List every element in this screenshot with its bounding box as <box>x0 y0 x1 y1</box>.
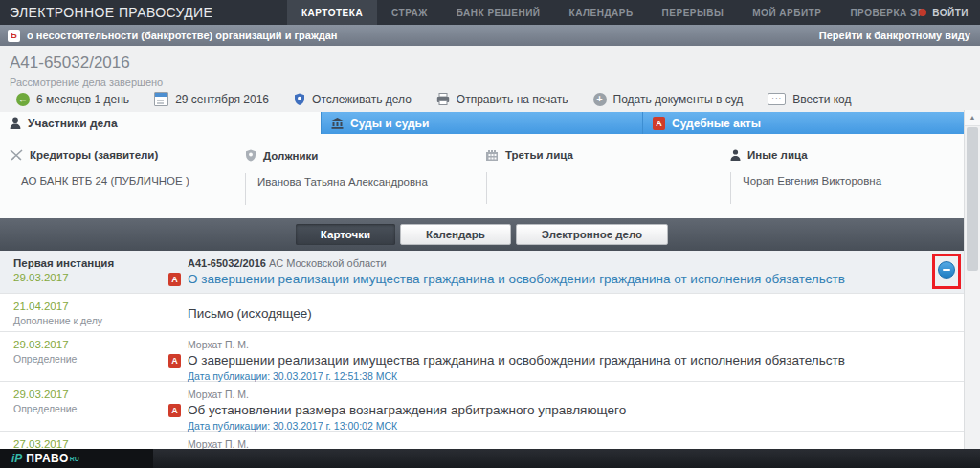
subtab-calendar[interactable]: Календарь <box>400 224 511 245</box>
case-type-bar: Б о несостоятельности (банкротстве) орга… <box>0 25 980 46</box>
site-title: ЭЛЕКТРОННОЕ ПРАВОСУДИЕ <box>10 0 212 25</box>
instance-date: 29.03.2017 <box>13 272 155 283</box>
courthouse-icon <box>331 118 344 129</box>
track-shield-icon <box>294 93 305 106</box>
case-status: Рассмотрение дела завершено <box>10 77 163 88</box>
docket-row: 21.04.2017 Дополнение к делу Письмо (исх… <box>0 294 964 332</box>
top-navigation-bar: ЭЛЕКТРОННОЕ ПРАВОСУДИЕ КАРТОТЕКА СТРАЖ Б… <box>0 0 980 25</box>
other-persons-title: Иные лица <box>747 149 808 161</box>
row-date: 21.04.2017 <box>13 301 155 312</box>
submit-documents-button[interactable]: + Подать документы в суд <box>581 93 756 106</box>
participants-col-third-parties: Третьи лица <box>486 134 728 218</box>
docket-row: 29.03.2017 Определение Морхат П. М. A О … <box>0 332 964 382</box>
scrollbar-up-button[interactable]: ▲ <box>965 110 980 126</box>
document-title: Письмо (исходящее) <box>188 306 935 321</box>
view-switcher-bar: Карточки Календарь Электронное дело <box>0 218 964 251</box>
login-label: ВОЙТИ <box>932 8 969 18</box>
row-date: 29.03.2017 <box>13 339 155 350</box>
participants-col-other: Иные лица Чорап Евгения Викторовна <box>730 134 960 218</box>
collapse-button[interactable] <box>938 261 955 279</box>
case-number: А41-65032/2016 <box>10 54 130 73</box>
top-menu: КАРТОТЕКА СТРАЖ БАНК РЕШЕНИЙ КАЛЕНДАРЬ П… <box>287 0 939 25</box>
judge-name: Морхат П. М. <box>188 438 935 449</box>
enter-code-icon: ··· <box>768 93 786 105</box>
row-date: 29.03.2017 <box>13 389 155 400</box>
publication-date-link[interactable]: Дата публикации: 30.03.2017 г. 13:00:02 … <box>188 420 935 432</box>
judge-name: Морхат П. М. <box>188 389 935 400</box>
print-button[interactable]: Отправить на печать <box>424 93 581 106</box>
pdf-icon[interactable]: A <box>168 354 181 368</box>
nav-strazh[interactable]: СТРАЖ <box>377 0 442 25</box>
duration-icon: ← <box>16 93 30 106</box>
document-title: A О завершении реализации имущества граж… <box>168 353 935 368</box>
person-icon <box>730 149 741 161</box>
pravo-ru-logo[interactable]: iP ПРАВО RU <box>0 449 153 468</box>
footer-bar: iP ПРАВО RU <box>0 449 980 468</box>
other-person-name: Чорап Евгения Викторовна <box>730 172 960 204</box>
publication-date-link[interactable]: Дата публикации: 30.03.2017 г. 12:51:38 … <box>188 370 935 382</box>
scrollbar-thumb[interactable] <box>967 127 978 271</box>
third-parties-title: Третьи лица <box>505 149 573 161</box>
bankruptcy-icon: Б <box>8 30 20 42</box>
tab-participants[interactable]: Участники дела <box>0 112 321 134</box>
shield-icon <box>245 149 256 162</box>
debtor-name: Иванова Татьяна Александровна <box>245 173 484 205</box>
subtab-electronic-case[interactable]: Электронное дело <box>516 224 668 245</box>
enter-code-button[interactable]: ··· Ввести код <box>755 93 863 106</box>
nav-kalendar[interactable]: КАЛЕНДАРЬ <box>555 0 648 25</box>
person-icon <box>10 117 21 129</box>
switch-to-bankruptcy-view-link[interactable]: Перейти к банкротному виду <box>819 30 970 41</box>
creditor-name: АО БАНК ВТБ 24 (ПУБЛИЧНОЕ ) <box>10 172 243 204</box>
annotation-highlight-box <box>932 254 961 289</box>
participants-panel: Кредиторы (заявители) АО БАНК ВТБ 24 (ПУ… <box>0 134 964 218</box>
docket-row: 29.03.2017 Определение Морхат П. М. A Об… <box>0 382 964 432</box>
instance-row: Первая инстанция 29.03.2017 А41-65032/20… <box>0 251 964 294</box>
instance-label: Первая инстанция <box>13 257 155 269</box>
debtors-title: Должники <box>263 150 318 162</box>
calendar-icon <box>154 92 168 106</box>
crossed-swords-icon <box>10 149 23 161</box>
pdf-icon[interactable]: A <box>168 404 181 417</box>
nav-pereryvy[interactable]: ПЕРЕРЫВЫ <box>648 0 739 25</box>
docket-row: 27.03.2017 Морхат П. М. A <box>0 432 964 449</box>
document-title: A Об установлении размера вознаграждения… <box>168 403 935 417</box>
row-date: 27.03.2017 <box>13 438 155 449</box>
case-type-label: о несостоятельности (банкротстве) органи… <box>27 30 337 41</box>
pdf-icon: A <box>168 273 181 286</box>
row-type: Определение <box>13 403 155 414</box>
row-type: Дополнение к делу <box>13 315 155 326</box>
case-start-date: 29 сентября 2016 <box>142 92 281 106</box>
pravo-logo-icon: iP <box>11 452 22 465</box>
subtab-cards[interactable]: Карточки <box>296 224 395 245</box>
login-button[interactable]: ВОЙТИ <box>919 0 969 25</box>
case-header: А41-65032/2016 Рассмотрение дела заверше… <box>0 46 980 112</box>
track-case-button[interactable]: Отслеживать дело <box>281 93 424 106</box>
row-case-number: А41-65032/2016 <box>188 257 266 269</box>
row-type: Определение <box>13 353 155 365</box>
docket-list: Первая инстанция 29.03.2017 А41-65032/20… <box>0 251 964 449</box>
organization-icon <box>486 150 499 161</box>
pdf-icon: A <box>653 117 665 130</box>
tab-judicial-acts[interactable]: A Судебные акты <box>642 112 964 134</box>
creditors-title: Кредиторы (заявители) <box>30 149 158 161</box>
case-toolbar: ← 6 месяцев 1 день 29 сентября 2016 Отсл… <box>4 92 864 106</box>
nav-bank-resheniy[interactable]: БАНК РЕШЕНИЙ <box>442 0 555 25</box>
participants-col-debtors: Должники Иванова Татьяна Александровна <box>245 134 484 218</box>
nav-moy-arbitr[interactable]: МОЙ АРБИТР <box>738 0 835 25</box>
status-dot-icon <box>919 9 926 16</box>
tab-courts-judges[interactable]: Суды и судьи <box>321 112 642 134</box>
judge-name: Морхат П. М. <box>188 339 935 350</box>
row-court-name: АС Московской области <box>269 257 387 269</box>
printer-icon <box>436 93 450 105</box>
vertical-scrollbar[interactable]: ▲ <box>964 110 980 449</box>
plus-circle-icon: + <box>593 93 607 106</box>
case-tabs: Участники дела Суды и судьи A Судебные а… <box>0 112 964 134</box>
case-duration: ← 6 месяцев 1 день <box>4 93 142 106</box>
nav-kartoteka[interactable]: КАРТОТЕКА <box>287 0 377 25</box>
third-party-name <box>486 172 728 204</box>
app-window: ЭЛЕКТРОННОЕ ПРАВОСУДИЕ КАРТОТЕКА СТРАЖ Б… <box>0 0 980 468</box>
participants-col-creditors: Кредиторы (заявители) АО БАНК ВТБ 24 (ПУ… <box>10 134 243 218</box>
document-link[interactable]: A О завершении реализации имущества граж… <box>168 272 935 286</box>
